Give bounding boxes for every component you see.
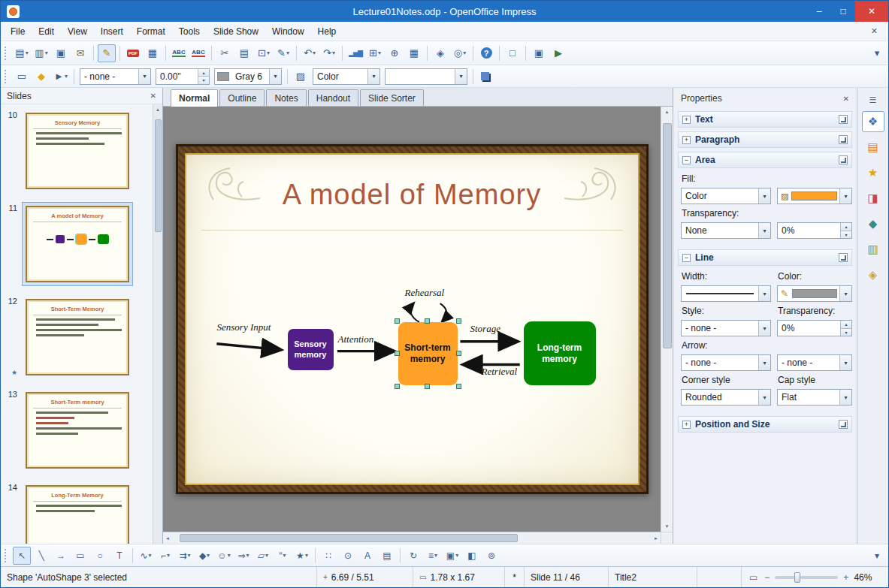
print-button[interactable]: ▦ (144, 44, 162, 62)
menu-edit[interactable]: Edit (32, 23, 61, 40)
expand-icon[interactable]: + (682, 116, 691, 124)
toolbar-grip[interactable] (5, 549, 8, 562)
block-arrows-button[interactable]: ⇒▾ (234, 547, 252, 565)
slides-panel-scrollbar[interactable]: ▲ (153, 104, 162, 544)
ellipse-tool-button[interactable]: ○ (91, 547, 109, 565)
dialog-launcher-icon[interactable] (839, 115, 848, 124)
selection-handle[interactable] (456, 318, 461, 324)
sidebar-styles-icon[interactable]: ◆ (862, 213, 884, 234)
line-tool-button[interactable]: ╲ (32, 547, 50, 565)
new-slide-button[interactable]: □ (503, 44, 522, 62)
edit-file-button[interactable]: ✎ (98, 44, 116, 62)
shadow-button[interactable] (477, 68, 495, 86)
sidebar-slide-transition-icon[interactable]: ◨ (862, 188, 884, 209)
zoom-in-icon[interactable]: + (842, 572, 850, 583)
close-document-icon[interactable]: ✕ (863, 26, 885, 36)
scrollbar-thumb[interactable] (663, 123, 672, 348)
selection-handle[interactable] (425, 318, 430, 324)
arrow-tool-button[interactable]: → (52, 547, 70, 565)
fill-type-select[interactable]: Color ▾ (681, 188, 771, 204)
spellcheck-button[interactable]: ABC (170, 44, 188, 62)
zoom-out-icon[interactable]: − (763, 572, 771, 583)
toolbar-grip[interactable] (5, 47, 8, 60)
section-line-header[interactable]: − Line (678, 249, 852, 266)
attention-label[interactable]: Attention (338, 333, 374, 345)
transparency-type-select[interactable]: None ▾ (681, 222, 771, 239)
slide-10-thumbnail[interactable]: Sensory Memory (26, 113, 129, 189)
storage-label[interactable]: Storage (470, 323, 500, 335)
glue-points-button[interactable]: ⊙ (339, 547, 357, 565)
line-width-select[interactable]: ▾ (681, 285, 771, 302)
zoom-slider-thumb[interactable] (794, 572, 800, 583)
slide-thumbnail-item[interactable]: 13 Short-Term memory (1, 388, 162, 472)
connector-tool-button[interactable]: ⌐▾ (156, 547, 174, 565)
help-button[interactable]: ? (477, 44, 495, 62)
scrollbar-thumb[interactable] (180, 534, 518, 542)
rehearsal-label[interactable]: Rehearsal (405, 287, 445, 299)
scroll-left-icon[interactable]: ◄ (165, 533, 170, 544)
basic-shapes-button[interactable]: ◆▾ (195, 547, 213, 565)
rectangle-tool-button[interactable]: ▭ (71, 547, 89, 565)
lines-arrows-button[interactable]: ⇉▾ (176, 547, 194, 565)
scroll-down-icon[interactable]: ▼ (665, 521, 670, 532)
slide-show-button[interactable]: ▶ (549, 44, 567, 62)
collapse-icon[interactable]: − (682, 254, 691, 262)
zoom-fit-icon[interactable]: ▭ (748, 572, 759, 583)
clone-formatting-button[interactable]: ✎▾ (274, 44, 292, 62)
menu-tools[interactable]: Tools (172, 23, 207, 40)
line-color-select[interactable]: Gray 6 ▾ (214, 68, 282, 85)
selection-handle[interactable] (395, 351, 400, 356)
line-width-input[interactable]: 0.00" ▴▾ (156, 68, 210, 85)
fill-color-select[interactable]: ▨ ▾ (777, 188, 852, 204)
tab-notes[interactable]: Notes (266, 89, 306, 106)
arrow-end-select[interactable]: - none - ▾ (777, 354, 852, 371)
long-term-memory-box[interactable]: Long-term memory (524, 321, 596, 385)
spin-down-icon[interactable]: ▾ (198, 77, 209, 84)
export-pdf-button[interactable]: PDF (124, 44, 142, 62)
zoom-slider[interactable] (775, 576, 838, 579)
menu-help[interactable]: Help (311, 23, 343, 40)
section-position-size-header[interactable]: + Position and Size (678, 416, 852, 433)
cut-button[interactable]: ✂ (216, 44, 234, 62)
menu-file[interactable]: File (4, 23, 32, 40)
slide-12-thumbnail[interactable]: Short-Term Memory (26, 299, 129, 375)
properties-panel-close-icon[interactable]: ✕ (843, 95, 849, 103)
dialog-launcher-icon[interactable] (839, 135, 848, 144)
transparency-value-input[interactable]: 0% ▴▾ (777, 222, 852, 239)
curve-tool-button[interactable]: ∿▾ (137, 547, 155, 565)
spin-up-icon[interactable]: ▴ (841, 321, 851, 329)
slides-panel-close-icon[interactable]: ✕ (150, 92, 156, 100)
scrollbar-thumb[interactable] (155, 119, 162, 232)
tab-outline[interactable]: Outline (219, 89, 265, 106)
open-button[interactable]: ▥▾ (32, 44, 50, 62)
line-color-select[interactable]: ✎ ▾ (777, 285, 852, 302)
zoom-button[interactable]: ◎▾ (451, 44, 469, 62)
alignment-button[interactable]: ≡▾ (424, 547, 442, 565)
sidebar-gallery-icon[interactable]: ▥ (862, 239, 884, 260)
spin-down-icon[interactable]: ▾ (841, 329, 851, 336)
dialog-launcher-icon[interactable] (839, 155, 848, 164)
select-tool-button[interactable]: ↖ (13, 547, 31, 565)
menu-format[interactable]: Format (130, 23, 172, 40)
section-paragraph-header[interactable]: + Paragraph (678, 131, 852, 148)
minimize-button[interactable]: – (807, 1, 831, 22)
vertical-scrollbar[interactable]: ▲ ▼ (661, 107, 673, 532)
autospellcheck-button[interactable]: ABC (189, 44, 207, 62)
fontwork-button[interactable]: A (358, 547, 376, 565)
collapse-icon[interactable]: − (682, 156, 691, 164)
slide-editing-canvas[interactable]: A model of Memory (163, 107, 661, 532)
cap-style-select[interactable]: Flat ▾ (777, 389, 852, 406)
toolbar-overflow-button[interactable]: ▾ (868, 547, 886, 565)
tab-normal[interactable]: Normal (171, 89, 218, 107)
short-term-memory-box[interactable]: Short-term memory (398, 322, 458, 385)
sidebar-master-pages-icon[interactable]: ▤ (862, 137, 884, 158)
slide-thumbnail-item[interactable]: 10 Sensory Memory (1, 109, 162, 193)
display-grid-button[interactable]: ▦ (405, 44, 423, 62)
selection-handle[interactable] (395, 318, 400, 324)
spin-up-icon[interactable]: ▴ (198, 69, 209, 77)
copy-button[interactable]: ▤ (235, 44, 253, 62)
line-style-select[interactable]: - none - ▾ (681, 320, 771, 336)
email-button[interactable]: ✉ (71, 44, 89, 62)
slide-13-thumbnail[interactable]: Short-Term memory (26, 392, 129, 469)
section-area-header[interactable]: − Area (678, 152, 852, 168)
